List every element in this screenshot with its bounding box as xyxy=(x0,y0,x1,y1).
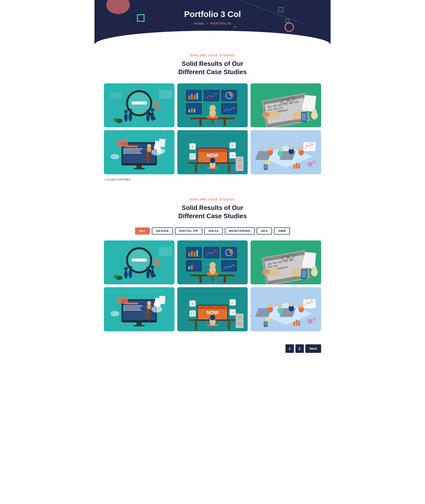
svg-point-10 xyxy=(146,110,150,113)
portfolio-item-2-2[interactable] xyxy=(177,240,248,285)
svg-text:🛒: 🛒 xyxy=(231,144,234,147)
svg-point-133 xyxy=(289,145,294,150)
svg-rect-141 xyxy=(296,163,298,169)
svg-rect-108 xyxy=(211,169,213,174)
filter-design[interactable]: DESIGN xyxy=(152,228,173,235)
svg-point-9 xyxy=(146,114,150,122)
breadcrumb-home[interactable]: HOME xyxy=(194,22,205,25)
svg-rect-140 xyxy=(293,164,295,169)
portfolio-item-1-1[interactable] xyxy=(104,83,174,128)
filter-ideas[interactable]: IDEAS xyxy=(204,228,223,235)
svg-rect-123 xyxy=(239,166,240,167)
section-1: EXPLORE CASE STUDIES Solid Results of Ou… xyxy=(94,44,331,188)
portfolio-item-1-2[interactable] xyxy=(177,83,248,128)
filter-monitoring[interactable]: MONITORING xyxy=(225,228,255,235)
svg-point-215 xyxy=(314,266,317,271)
svg-rect-205 xyxy=(302,270,306,278)
svg-point-224 xyxy=(123,307,125,309)
svg-point-90 xyxy=(147,144,151,148)
svg-text:$: $ xyxy=(192,145,193,148)
svg-point-146 xyxy=(307,162,313,167)
svg-point-110 xyxy=(210,158,215,163)
svg-rect-4 xyxy=(132,101,147,104)
svg-text:NOW: NOW xyxy=(207,153,219,158)
svg-text:💬: 💬 xyxy=(191,155,195,158)
svg-rect-86 xyxy=(147,151,148,162)
svg-rect-99 xyxy=(195,164,197,173)
svg-point-236 xyxy=(151,306,162,313)
filter-seo[interactable]: SEO xyxy=(257,228,272,235)
svg-point-135 xyxy=(299,147,304,151)
page-title: Portfolio 3 Col xyxy=(99,9,326,19)
svg-rect-78 xyxy=(125,148,143,150)
filter-all[interactable]: ALL xyxy=(135,228,150,235)
portfolio-item-1-5[interactable]: NOW $ 🛒 💬 🏷 xyxy=(177,130,248,174)
portfolio-item-2-6[interactable] xyxy=(251,287,321,331)
svg-rect-285 xyxy=(264,322,267,326)
svg-point-147 xyxy=(313,160,316,164)
svg-rect-144 xyxy=(264,165,267,169)
svg-point-83 xyxy=(123,152,125,154)
svg-rect-31 xyxy=(196,93,198,100)
page-1-button[interactable]: 1 xyxy=(286,344,294,353)
svg-text:🛒: 🛒 xyxy=(231,301,234,304)
filter-digital-pr[interactable]: DIGITAL-PR xyxy=(175,228,202,235)
svg-point-82 xyxy=(123,150,125,152)
svg-rect-121 xyxy=(236,164,243,169)
svg-point-160 xyxy=(151,265,154,269)
svg-rect-28 xyxy=(188,95,190,100)
svg-rect-41 xyxy=(194,109,195,112)
svg-rect-16 xyxy=(159,90,172,99)
svg-rect-264 xyxy=(239,323,240,324)
svg-point-12 xyxy=(151,108,154,112)
svg-rect-209 xyxy=(304,252,316,267)
svg-point-15 xyxy=(114,118,118,121)
portfolio-item-1-6[interactable] xyxy=(251,130,321,174)
portfolio-grid-2: NOW $ 🛒 💬 🏷 xyxy=(104,240,321,331)
svg-rect-186 xyxy=(188,266,190,269)
svg-text:🏷: 🏷 xyxy=(231,154,234,157)
svg-point-73 xyxy=(314,109,317,114)
svg-rect-281 xyxy=(293,322,295,326)
portfolio-item-2-3[interactable] xyxy=(251,240,321,285)
svg-point-129 xyxy=(268,147,273,151)
svg-point-158 xyxy=(146,267,150,270)
portfolio-item-1-3[interactable] xyxy=(251,83,321,128)
portfolio-grid-1: NOW $ 🛒 💬 🏷 xyxy=(104,83,321,174)
section1-title: Solid Results of Our Different Case Stud… xyxy=(104,60,321,76)
svg-point-5 xyxy=(124,114,128,122)
svg-point-223 xyxy=(123,305,125,307)
svg-point-11 xyxy=(151,112,154,121)
svg-rect-100 xyxy=(228,164,230,173)
svg-rect-43 xyxy=(222,104,236,114)
svg-rect-63 xyxy=(263,112,270,117)
svg-point-232 xyxy=(147,301,151,305)
svg-rect-178 xyxy=(196,250,198,256)
filter-smm[interactable]: SMM xyxy=(274,228,290,235)
svg-rect-263 xyxy=(239,317,240,318)
svg-rect-222 xyxy=(125,310,141,311)
portfolio-item-1-4[interactable] xyxy=(104,130,174,174)
svg-point-172 xyxy=(209,262,216,268)
older-entries-link[interactable]: « OLDER ENTRIES xyxy=(104,178,321,181)
svg-rect-282 xyxy=(296,320,298,326)
svg-point-272 xyxy=(278,304,283,309)
svg-point-159 xyxy=(151,269,154,278)
portfolio-item-2-1[interactable] xyxy=(104,240,174,285)
svg-rect-40 xyxy=(191,108,193,112)
svg-rect-235 xyxy=(117,297,128,304)
portfolio-item-2-4[interactable] xyxy=(104,287,174,331)
svg-point-156 xyxy=(129,266,132,269)
svg-point-153 xyxy=(124,271,128,279)
svg-point-131 xyxy=(278,147,283,152)
svg-rect-189 xyxy=(222,261,236,271)
portfolio-item-2-5[interactable]: NOW $ 🛒 💬 🏷 xyxy=(177,287,248,331)
svg-point-6 xyxy=(124,110,128,113)
svg-rect-167 xyxy=(199,276,201,283)
page-2-button[interactable]: 2 xyxy=(295,344,304,353)
svg-point-81 xyxy=(123,148,125,150)
svg-point-214 xyxy=(312,266,314,271)
filter-tabs: ALL DESIGN DIGITAL-PR IDEAS MONITORING S… xyxy=(104,228,321,235)
svg-rect-226 xyxy=(136,323,142,325)
next-button[interactable]: Next xyxy=(305,344,321,353)
